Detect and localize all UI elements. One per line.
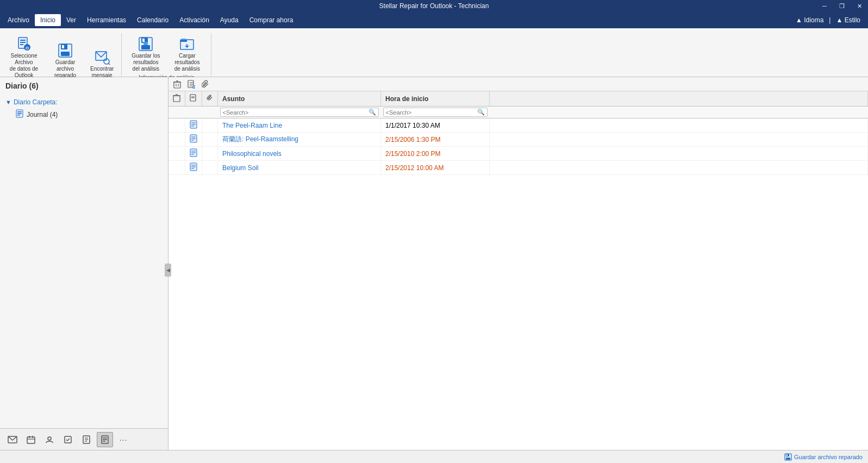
- menu-activacion[interactable]: Activación: [174, 14, 215, 26]
- svg-rect-40: [103, 441, 105, 442]
- ribbon-group-analisis: Guardar losresultados del análisis Carga…: [122, 33, 211, 77]
- svg-rect-39: [103, 439, 107, 440]
- table-row[interactable]: Philosophical novels 2/15/2010 2:00 PM: [168, 147, 868, 161]
- load-analysis-button[interactable]: Cargar resultadosde análisis: [167, 33, 207, 74]
- search-starttime-cell: 🔍: [381, 107, 490, 118]
- svg-rect-3: [20, 44, 23, 45]
- window-controls: ─ ❐ ✕: [816, 0, 868, 12]
- row3-subject[interactable]: Philosophical novels: [218, 147, 381, 161]
- svg-rect-17: [143, 42, 148, 45]
- sidebar-resize-handle[interactable]: ◀: [165, 264, 171, 277]
- save-repaired-button[interactable]: Guardar archivoreparado: [46, 40, 85, 81]
- subject-search-input[interactable]: [223, 109, 369, 116]
- svg-rect-9: [62, 45, 64, 48]
- select-outlook-file-button[interactable]: O Seleccione Archivode datos de Outlook: [4, 33, 43, 81]
- svg-rect-23: [17, 111, 22, 112]
- menu-ver[interactable]: Ver: [61, 14, 82, 26]
- sidebar-title: Diario (6): [0, 77, 168, 95]
- estilo-button[interactable]: ▲ Estilo: [836, 16, 860, 24]
- collapse-icon: ▼: [5, 99, 11, 105]
- nav-calendar-button[interactable]: [23, 432, 39, 447]
- col-header-subject[interactable]: Asunto: [218, 91, 381, 107]
- nav-contacts-button[interactable]: [41, 432, 58, 447]
- status-bar: Guardar archivo reparado: [0, 450, 868, 463]
- menu-archivo[interactable]: Archivo: [2, 14, 35, 26]
- col-header-spacer: [490, 91, 868, 107]
- row1-starttime: 1/1/2017 10:30 AM: [381, 118, 490, 133]
- subject-search-icon: 🔍: [369, 109, 376, 116]
- row3-icon: [185, 147, 202, 161]
- diario-carpeta-folder[interactable]: ▼ Diario Carpeta:: [0, 97, 168, 108]
- content-toolbar: [168, 77, 868, 91]
- row2-subject[interactable]: 荷蘭語: Peel-Raamstelling: [218, 133, 381, 147]
- menu-herramientas[interactable]: Herramientas: [82, 14, 132, 26]
- row4-spacer: [490, 161, 868, 175]
- svg-rect-1: [20, 40, 26, 41]
- table-body: The Peel-Raam Line 1/1/2017 10:30 AM: [168, 118, 868, 175]
- close-button[interactable]: ✕: [851, 0, 868, 12]
- row4-attach: [202, 161, 218, 175]
- sidebar: Diario (6) ▼ Diario Carpeta: Journal (4): [0, 77, 168, 450]
- svg-rect-25: [17, 115, 20, 116]
- menu-bar: Archivo Inicio Ver Herramientas Calendar…: [0, 12, 868, 28]
- svg-rect-77: [786, 458, 790, 460]
- table-row[interactable]: 荷蘭語: Peel-Raamstelling 2/15/2006 1:30 PM: [168, 133, 868, 147]
- save-analysis-button[interactable]: Guardar losresultados del análisis: [126, 33, 165, 74]
- idioma-button[interactable]: ▲ Idioma: [796, 16, 823, 24]
- table-row[interactable]: The Peel-Raam Line 1/1/2017 10:30 AM: [168, 118, 868, 133]
- row2-icon: [185, 133, 202, 147]
- find-message-button[interactable]: Encontrarmensaje: [87, 46, 117, 81]
- find-message-icon: [93, 48, 111, 66]
- row2-spacer: [490, 133, 868, 147]
- content-area: Asunto Hora de inicio 🔍: [168, 77, 868, 450]
- svg-rect-2: [20, 42, 26, 43]
- svg-rect-38: [103, 437, 107, 439]
- more-dots-icon: ···: [120, 435, 128, 444]
- delete-toolbar-button[interactable]: [171, 78, 184, 90]
- restore-button[interactable]: ❐: [833, 0, 851, 12]
- menu-inicio[interactable]: Inicio: [35, 14, 61, 26]
- ribbon-group-items-inicio: O Seleccione Archivode datos de Outlook …: [4, 33, 117, 81]
- minimize-button[interactable]: ─: [816, 0, 833, 12]
- status-save-button[interactable]: Guardar archivo reparado: [784, 453, 863, 461]
- nav-more-button[interactable]: ···: [115, 432, 132, 447]
- nav-mail-button[interactable]: [4, 432, 21, 447]
- menu-ayuda[interactable]: Ayuda: [215, 14, 244, 26]
- ribbon-group-inicio: O Seleccione Archivode datos de Outlook …: [0, 33, 122, 77]
- row1-spacer: [490, 118, 868, 133]
- menu-comprar[interactable]: Comprar ahora: [244, 14, 299, 26]
- svg-rect-24: [17, 113, 22, 114]
- select-outlook-file-icon: O: [15, 35, 33, 53]
- attach-toolbar-button[interactable]: [199, 78, 212, 90]
- right-controls: ▲ Idioma | ▲ Estilo: [796, 16, 866, 24]
- load-analysis-label: Cargar resultadosde análisis: [171, 53, 203, 72]
- nav-tasks-button[interactable]: [60, 432, 76, 447]
- ribbon-group-items-analisis: Guardar losresultados del análisis Carga…: [126, 33, 207, 74]
- sidebar-tree: ▼ Diario Carpeta: Journal (4): [0, 95, 168, 428]
- svg-rect-8: [61, 52, 70, 56]
- row1-icon: [185, 118, 202, 133]
- starttime-search-input[interactable]: [386, 109, 477, 116]
- row2-attach: [202, 133, 218, 147]
- row1-subject[interactable]: The Peel-Raam Line: [218, 118, 381, 133]
- save-repaired-icon: [57, 42, 74, 59]
- svg-rect-41: [174, 82, 180, 88]
- journal-table: Asunto Hora de inicio 🔍: [168, 91, 868, 175]
- menu-calendario[interactable]: Calendario: [132, 14, 174, 26]
- col-header-starttime[interactable]: Hora de inicio: [381, 91, 490, 107]
- title-bar: Stellar Repair for Outlook - Technician …: [0, 0, 868, 12]
- row4-icon: [185, 161, 202, 175]
- save-analysis-icon: [137, 35, 154, 53]
- col-header-new: [185, 91, 202, 107]
- row4-subject[interactable]: Belgium Soil: [218, 161, 381, 175]
- svg-rect-53: [173, 96, 180, 102]
- ribbon: O Seleccione Archivode datos de Outlook …: [0, 28, 868, 77]
- nav-journal-button[interactable]: [97, 432, 113, 447]
- save-analysis-label: Guardar losresultados del análisis: [129, 53, 162, 72]
- new-toolbar-button[interactable]: [185, 78, 198, 90]
- journal-item[interactable]: Journal (4): [0, 108, 168, 121]
- table-row[interactable]: Belgium Soil 2/15/2012 10:00 AM: [168, 161, 868, 175]
- row4-starttime: 2/15/2012 10:00 AM: [381, 161, 490, 175]
- data-table: Asunto Hora de inicio 🔍: [168, 91, 868, 450]
- nav-notes-button[interactable]: [78, 432, 95, 447]
